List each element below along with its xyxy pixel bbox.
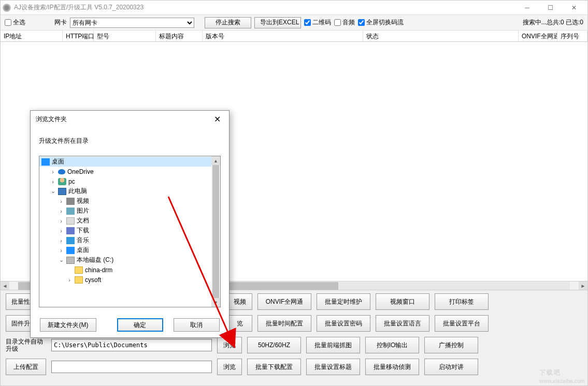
batch-time-button[interactable]: 批量时间配置 [257,315,311,332]
batch-snapshot-button[interactable]: 批量前端抓图 [306,337,360,353]
tree-desktop2[interactable]: ›桌面 [39,245,220,255]
scroll-down-icon[interactable]: ▼ [211,298,220,307]
tree-video[interactable]: ›视频 [39,196,220,206]
dialog-close-button[interactable]: ✕ [211,113,224,125]
batch-maintain-button[interactable]: 批量定时维护 [317,293,370,310]
toolbar: 全选 网卡 所有网卡 停止搜索 导出到EXCEL 二维码 音频 全屏切换码流 搜… [1,15,587,31]
tree-this-pc[interactable]: ⌄此电脑 [39,186,220,196]
start-talk-button[interactable]: 启动对讲 [424,359,478,375]
hz-button[interactable]: 50HZ/60HZ [247,337,301,353]
watermark: 下载吧 www.xiazaiba.com [539,362,585,384]
batch-language-button[interactable]: 批量设置语言 [376,315,429,332]
batch-download-button[interactable]: 批量下载配置 [247,359,301,375]
tree-disk-c[interactable]: ⌄本地磁盘 (C:) [39,255,220,265]
tree-music[interactable]: ›音乐 [39,235,220,245]
print-label-button[interactable]: 打印标签 [435,293,489,310]
tree-onedrive[interactable]: ›OneDrive [39,167,220,176]
broadcast-button[interactable]: 广播控制 [424,337,478,353]
upload-config-button[interactable]: 上传配置 [6,359,46,375]
search-status: 搜索中...总共:0 已选:0 [523,18,583,27]
dialog-prompt: 升级文件所在目录 [39,137,221,145]
col-http-port[interactable]: HTTP端口 [63,31,94,41]
cancel-button[interactable]: 取消 [174,318,220,332]
col-serial[interactable]: 序列号 [557,31,587,41]
browse-folder-dialog: 浏览文件夹 ✕ 升级文件所在目录 桌面 ›OneDrive ›pc ⌄此电脑 ›… [30,110,230,338]
titlebar: AJ设备搜索/IP配置/升级工具 V5.0.7_20200323 ─ ☐ ✕ [1,1,587,15]
fullscreen-checkbox[interactable]: 全屏切换码流 [358,18,404,27]
export-excel-button[interactable]: 导出到EXCEL [254,17,301,28]
dialog-titlebar: 浏览文件夹 ✕ [31,111,229,127]
video-button[interactable]: 视频 [227,293,252,310]
minimize-button[interactable]: ─ [515,1,539,14]
batch-password-button[interactable]: 批量设置密码 [317,315,370,332]
table-header: IP地址 HTTP端口 型号 标题内容 版本号 状态 ONVIF全网通 序列号 [1,31,587,42]
config-path-input[interactable] [51,361,212,373]
io-control-button[interactable]: 控制IO输出 [365,337,419,353]
tree-scrollbar[interactable]: ▲ ▼ [211,156,220,307]
tree-downloads[interactable]: ›下载 [39,226,220,235]
maximize-button[interactable]: ☐ [539,1,562,14]
browse2-button[interactable]: 览 [227,315,252,332]
nic-select[interactable]: 所有网卡 [70,18,194,28]
tree-user[interactable]: ›pc [39,176,220,186]
scroll-up-icon[interactable]: ▲ [211,156,220,165]
col-model[interactable]: 型号 [94,31,156,41]
tree-scroll-thumb[interactable] [212,165,219,298]
batch-title-button[interactable]: 批量设置标题 [306,359,360,375]
ok-button[interactable]: 确定 [117,318,163,332]
batch-platform-button[interactable]: 批量设置平台 [435,315,489,332]
folder-tree[interactable]: 桌面 ›OneDrive ›pc ⌄此电脑 ›视频 ›图片 ›文档 ›下载 ›音… [39,156,221,307]
col-state[interactable]: 状态 [363,31,519,41]
tree-desktop[interactable]: 桌面 [39,157,220,167]
tree-cysoft[interactable]: ›cysoft [39,275,220,285]
col-version[interactable]: 版本号 [203,31,363,41]
new-folder-button[interactable]: 新建文件夹(M) [40,318,96,332]
onvif-button[interactable]: ONVIF全网通 [257,293,311,310]
scroll-left-icon[interactable]: ◄ [1,281,9,290]
audio-checkbox[interactable]: 音频 [334,18,355,27]
tree-pictures[interactable]: ›图片 [39,206,220,216]
tree-china-drm[interactable]: china-drm [39,265,220,275]
dialog-title: 浏览文件夹 [36,115,67,124]
browse-config-button[interactable]: 浏览 [217,359,242,375]
auto-upgrade-label: 目录文件自动升级 [6,338,46,353]
app-icon [3,4,11,12]
close-button[interactable]: ✕ [562,1,585,14]
window-title: AJ设备搜索/IP配置/升级工具 V5.0.7_20200323 [14,3,515,12]
qrcode-checkbox[interactable]: 二维码 [304,18,331,27]
col-onvif[interactable]: ONVIF全网通 [519,31,557,41]
stop-search-button[interactable]: 停止搜索 [205,17,251,28]
upgrade-path-input[interactable] [51,339,212,351]
select-all-checkbox[interactable]: 全选 [5,18,25,27]
col-title[interactable]: 标题内容 [156,31,203,41]
tree-documents[interactable]: ›文档 [39,216,220,226]
col-ip[interactable]: IP地址 [1,31,63,41]
nic-label: 网卡 [54,18,67,27]
scroll-right-icon[interactable]: ► [579,281,587,290]
video-window-button[interactable]: 视频窗口 [376,293,429,310]
batch-motion-button[interactable]: 批量移动侦测 [365,359,419,375]
browse-path-button[interactable]: 浏览 [217,337,242,353]
